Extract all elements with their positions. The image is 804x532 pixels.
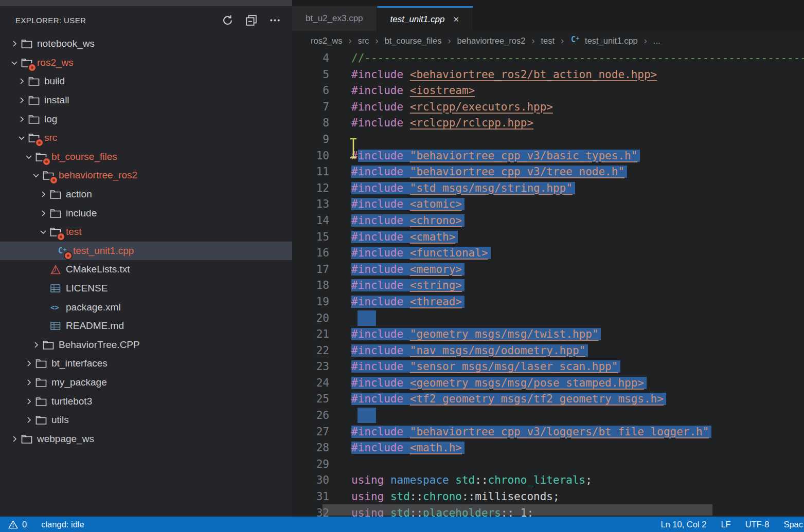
breadcrumb-item-ros2-ws[interactable]: ros2_ws — [311, 36, 342, 46]
code-line-8[interactable]: 8#include <rclcpp/rclcpp.hpp> — [292, 115, 804, 132]
code-line-7[interactable]: 7#include <rclcpp/executors.hpp> — [292, 99, 804, 116]
tree-item-bt-course-files[interactable]: bt_course_files — [0, 148, 292, 167]
code-token: std — [390, 490, 410, 503]
chevron-right-icon — [37, 209, 49, 218]
cmake-icon — [49, 264, 62, 275]
tree-item-cmakelists-txt[interactable]: CMakeLists.txt — [0, 260, 292, 279]
tree-item-license[interactable]: LICENSE — [0, 279, 292, 298]
code-line-16[interactable]: 16#include <functional> — [292, 245, 804, 262]
tree-item-test[interactable]: test — [0, 223, 292, 242]
tree-item-behaviortree-cpp[interactable]: BehaviorTree.CPP — [0, 336, 292, 355]
status-item-problems[interactable]: 0 — [8, 520, 27, 529]
tree-item-readme-md[interactable]: README.md — [0, 317, 292, 336]
folder-icon — [49, 208, 62, 219]
code-line-27[interactable]: 27#include "behaviortree_cpp_v3/loggers/… — [292, 424, 804, 441]
code-token — [403, 442, 410, 454]
code-line-15[interactable]: 15#include <cmath> — [292, 229, 804, 246]
tree-item-include[interactable]: include — [0, 204, 292, 223]
breadcrumb-item-src[interactable]: src — [358, 36, 369, 46]
code-line-10[interactable]: 10#include "behaviortree_cpp_v3/basic_ty… — [292, 148, 804, 164]
code-token: "nav_msgs/msg/odometry.hpp" — [410, 344, 585, 357]
code-line-17[interactable]: 17#include <memory> — [292, 262, 804, 278]
code-line-content — [329, 408, 376, 424]
code-line-18[interactable]: 18#include <string> — [292, 278, 804, 294]
tree-item-notebook-ws[interactable]: notebook_ws — [0, 34, 292, 53]
code-line-9[interactable]: 9 — [292, 132, 804, 148]
code-line-content: #include "behaviortree_cpp_v3/tree_node.… — [329, 164, 627, 180]
breadcrumb-file[interactable]: C+test_unit1.cpp — [570, 34, 638, 47]
code-line-19[interactable]: 19#include <thread> — [292, 294, 804, 310]
code-line-29[interactable]: 29 — [292, 456, 804, 473]
code-line-28[interactable]: 28#include <math.h> — [292, 440, 804, 456]
code-line-6[interactable]: 6#include <iostream> — [292, 83, 804, 99]
status-item-clangd-idle[interactable]: clangd: idle — [41, 520, 84, 529]
code-line-12[interactable]: 12#include "std_msgs/msg/string.hpp" — [292, 180, 804, 197]
tree-item-action[interactable]: action — [0, 185, 292, 204]
code-line-content — [329, 456, 351, 473]
code-line-5[interactable]: 5#include <behaviortree_ros2/bt_action_n… — [292, 67, 804, 83]
status-item-lf[interactable]: LF — [721, 520, 730, 529]
status-item-spac[interactable]: Spac — [783, 520, 803, 529]
explorer-sidebar: EXPLORER: USER notebook_wsros2_wsbuildin… — [0, 6, 292, 517]
tree-item-turtlebot3[interactable]: turtlebot3 — [0, 392, 292, 411]
code-token — [403, 182, 410, 194]
code-token — [449, 474, 456, 486]
line-number: 16 — [292, 245, 329, 262]
breadcrumb-item-test[interactable]: test — [541, 36, 555, 46]
tree-item-label: test_unit1.cpp — [73, 245, 134, 256]
tree-item-bt-interfaces[interactable]: bt_interfaces — [0, 354, 292, 373]
vscode-window: EXPLORER: USER notebook_wsros2_wsbuildin… — [0, 0, 804, 532]
status-item-utf-8[interactable]: UTF-8 — [745, 520, 770, 529]
code-line-14[interactable]: 14#include <chrono> — [292, 213, 804, 229]
horizontal-scrollbar[interactable] — [323, 504, 712, 516]
tree-item-utils[interactable]: utils — [0, 411, 292, 430]
refresh-icon[interactable] — [221, 14, 234, 27]
code-line-30[interactable]: 30using namespace std::chrono_literals; — [292, 472, 804, 489]
cpp-file-icon: C+ — [570, 34, 581, 47]
code-line-13[interactable]: 13#include <atomic> — [292, 196, 804, 213]
tab-test-unit1-cpp[interactable]: test_unit1.cpp✕ — [377, 6, 473, 31]
line-number: 12 — [292, 180, 329, 197]
code-line-content: #include <chrono> — [329, 213, 464, 229]
code-line-4[interactable]: 4//-------------------------------------… — [292, 50, 804, 67]
code-token: <thread> — [410, 296, 462, 308]
code-token — [403, 84, 410, 97]
code-token: using — [351, 490, 384, 503]
code-line-21[interactable]: 21#include "geometry_msgs/msg/twist.hpp" — [292, 326, 804, 343]
folder-icon — [28, 132, 40, 143]
code-line-25[interactable]: 25#include <tf2_geometry_msgs/tf2_geomet… — [292, 391, 804, 408]
breadcrumb-item-bt-course-files[interactable]: bt_course_files — [384, 36, 441, 46]
code-token — [403, 377, 410, 389]
code-line-26[interactable]: 26 — [292, 408, 804, 424]
code-line-23[interactable]: 23#include "sensor_msgs/msg/laser_scan.h… — [292, 359, 804, 375]
code-line-22[interactable]: 22#include "nav_msgs/msg/odometry.hpp" — [292, 343, 804, 359]
tree-item-label: webpage_ws — [37, 433, 94, 445]
collapse-folders-icon[interactable] — [245, 14, 257, 27]
list-file-icon — [49, 320, 62, 332]
tree-item-log[interactable]: log — [0, 109, 292, 129]
tree-item-behaviortree-ros2[interactable]: behaviortree_ros2 — [0, 166, 292, 185]
code-line-20[interactable]: 20 — [292, 310, 804, 327]
code-line-11[interactable]: 11#include "behaviortree_cpp_v3/tree_nod… — [292, 164, 804, 180]
tree-item-test-unit1-cpp[interactable]: C+test_unit1.cpp — [0, 242, 292, 261]
tree-item-package-xml[interactable]: <>package.xml — [0, 298, 292, 317]
tree-item-my-package[interactable]: my_package — [0, 373, 292, 392]
more-actions-icon[interactable] — [269, 14, 281, 27]
close-icon[interactable]: ✕ — [453, 15, 459, 24]
tree-item-install[interactable]: install — [0, 91, 292, 110]
code-line-content: #include <geometry_msgs/msg/pose_stamped… — [329, 375, 647, 392]
code-line-24[interactable]: 24#include <geometry_msgs/msg/pose_stamp… — [292, 375, 804, 392]
chevron-down-icon — [37, 227, 49, 236]
cpp-file-icon: C+ — [57, 245, 69, 256]
code-line-content: #include <string> — [329, 278, 464, 294]
code-token: include — [358, 150, 404, 162]
breadcrumb-overflow[interactable]: ... — [653, 36, 660, 46]
tree-item-ros2-ws[interactable]: ros2_ws — [0, 53, 292, 72]
tree-item-build[interactable]: build — [0, 72, 292, 91]
tab-bt-u2-ex3-cpp[interactable]: bt_u2_ex3.cpp — [292, 6, 377, 31]
tree-item-webpage-ws[interactable]: webpage_ws — [0, 429, 292, 448]
status-item-ln-10-col-2[interactable]: Ln 10, Col 2 — [660, 520, 706, 529]
code-line-31[interactable]: 31using std::chrono::milliseconds; — [292, 489, 804, 505]
breadcrumb-item-behaviortree-ros2[interactable]: behaviortree_ros2 — [457, 36, 525, 46]
tree-item-src[interactable]: src — [0, 129, 292, 148]
